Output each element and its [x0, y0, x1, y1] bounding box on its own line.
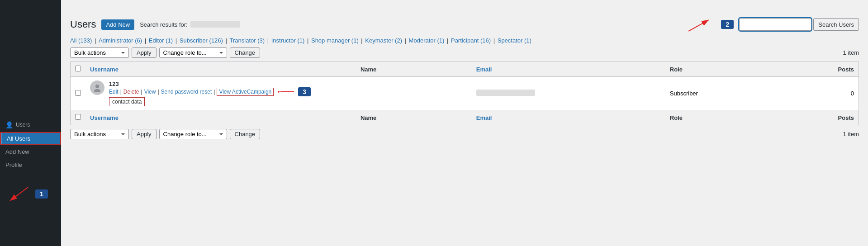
change-button-bottom[interactable]: Change: [230, 129, 261, 139]
sidebar-section-header: 👤 Users: [0, 118, 61, 132]
item-count-bottom: 1 item: [843, 131, 859, 137]
col-header-email: Email: [472, 62, 665, 77]
user-actions: Edit | Delete | View | Send password res…: [109, 87, 311, 96]
user-row-inner: 123 Edit | Delete | View | Send password…: [90, 80, 351, 106]
users-table: Username Name Email Role Posts: [70, 62, 859, 125]
user-username: 123: [109, 80, 311, 87]
filter-all[interactable]: All (133): [70, 37, 92, 44]
row-checkbox-cell: [71, 77, 86, 110]
search-results-text: Search results for:: [140, 21, 240, 28]
delete-link[interactable]: Delete: [123, 89, 139, 95]
step2-area: 2 Search Users: [679, 15, 859, 33]
filter-translator[interactable]: Translator (3): [230, 37, 265, 44]
bulk-actions-select-bottom[interactable]: Bulk actions: [70, 129, 129, 139]
sidebar-item-add-new[interactable]: Add New: [0, 145, 61, 158]
col-footer-name: Name: [356, 110, 472, 125]
sidebar-section-label: Users: [16, 122, 30, 128]
filter-administrator[interactable]: Administrator (6): [99, 37, 142, 44]
col-header-username: Username: [85, 62, 356, 77]
sidebar-item-label: Add New: [5, 148, 29, 155]
filter-subscriber[interactable]: Subscriber (126): [180, 37, 223, 44]
avatar: [90, 80, 104, 95]
filter-moderator[interactable]: Moderator (1): [409, 37, 445, 44]
apply-button-top[interactable]: Apply: [132, 47, 157, 58]
sidebar: 👤 Users All Users Add New Profile 1: [0, 0, 61, 246]
step2-arrow-svg: [679, 15, 716, 33]
col-footer-username: Username: [85, 110, 356, 125]
col-header-posts: Posts: [781, 62, 859, 77]
page-title-area: Users Add New Search results for:: [70, 19, 240, 30]
filter-links: All (133) | Administrator (6) | Editor (…: [70, 37, 859, 44]
bottom-toolbar: Bulk actions Apply Change role to... Cha…: [70, 129, 859, 139]
change-role-select-top[interactable]: Change role to...: [159, 47, 227, 58]
filter-shop-manager[interactable]: Shop manager (1): [311, 37, 359, 44]
item-count-top: 1 item: [843, 49, 859, 56]
col-username-footer-link[interactable]: Username: [90, 114, 119, 121]
sidebar-item-label: All Users: [7, 135, 30, 142]
filter-spectator[interactable]: Spectator (1): [498, 37, 531, 44]
avatar-icon: [93, 83, 102, 92]
page-title: Users: [70, 19, 96, 30]
add-new-button[interactable]: Add New: [101, 19, 134, 30]
col-footer-email: Email: [472, 110, 665, 125]
top-toolbar: Bulk actions Apply Change role to... Cha…: [70, 47, 859, 58]
step1-badge: 1: [35, 189, 48, 199]
select-all-checkbox-bottom[interactable]: [75, 114, 81, 120]
search-results-value: [190, 21, 240, 28]
sidebar-item-profile[interactable]: Profile: [0, 158, 61, 171]
search-results-label: Search results for:: [140, 21, 188, 28]
row-checkbox[interactable]: [75, 90, 81, 96]
col-username-link[interactable]: Username: [90, 66, 119, 73]
bulk-actions-select-top[interactable]: Bulk actions: [70, 47, 129, 58]
row-name-cell: [356, 77, 472, 110]
row-username-cell: 123 Edit | Delete | View | Send password…: [85, 77, 356, 110]
svg-point-3: [94, 89, 100, 92]
select-all-header: [71, 62, 86, 77]
filter-editor[interactable]: Editor (1): [149, 37, 173, 44]
search-users-input[interactable]: [739, 18, 811, 31]
col-footer-posts: Posts: [781, 110, 859, 125]
user-info: 123 Edit | Delete | View | Send password…: [109, 80, 311, 106]
col-footer-role: Role: [665, 110, 782, 125]
search-users-area: Search Users: [739, 18, 859, 31]
step1-arrow-svg: [5, 185, 33, 203]
step3-badge: 3: [298, 87, 311, 96]
col-email-footer-link[interactable]: Email: [476, 114, 492, 121]
main-content: Users Add New Search results for:: [61, 0, 868, 246]
page-header: Users Add New Search results for:: [70, 15, 859, 33]
filter-instructor[interactable]: Instructor (1): [271, 37, 305, 44]
sidebar-item-all-users[interactable]: All Users: [0, 132, 61, 145]
table-row: 123 Edit | Delete | View | Send password…: [71, 77, 859, 110]
view-activecampaign-link[interactable]: View ActiveCampaign: [217, 88, 274, 96]
email-placeholder: [476, 90, 535, 96]
search-users-button[interactable]: Search Users: [813, 18, 859, 31]
svg-point-2: [95, 85, 99, 88]
col-email-link[interactable]: Email: [476, 66, 492, 73]
step3-arrow-svg: [278, 87, 296, 96]
user-icon: 👤: [5, 121, 13, 128]
edit-link[interactable]: Edit: [109, 89, 119, 95]
col-header-role: Role: [665, 62, 782, 77]
row-posts-cell: 0: [781, 77, 859, 110]
step3-area: 3: [278, 87, 311, 96]
col-header-name: Name: [356, 62, 472, 77]
sidebar-item-label: Profile: [5, 161, 22, 168]
contact-data-box: contact data: [109, 96, 311, 106]
filter-keymaster[interactable]: Keymaster (2): [365, 37, 402, 44]
select-all-checkbox[interactable]: [75, 66, 81, 71]
change-role-select-bottom[interactable]: Change role to...: [159, 129, 227, 139]
step2-badge: 2: [721, 20, 734, 29]
change-button-top[interactable]: Change: [230, 47, 261, 58]
filter-participant[interactable]: Participant (16): [451, 37, 491, 44]
row-email-cell: [472, 77, 665, 110]
apply-button-bottom[interactable]: Apply: [132, 129, 157, 139]
select-all-footer: [71, 110, 86, 125]
send-password-reset-link[interactable]: Send password reset: [161, 89, 212, 95]
view-link[interactable]: View: [144, 89, 156, 95]
row-role-cell: Subscriber: [665, 77, 782, 110]
